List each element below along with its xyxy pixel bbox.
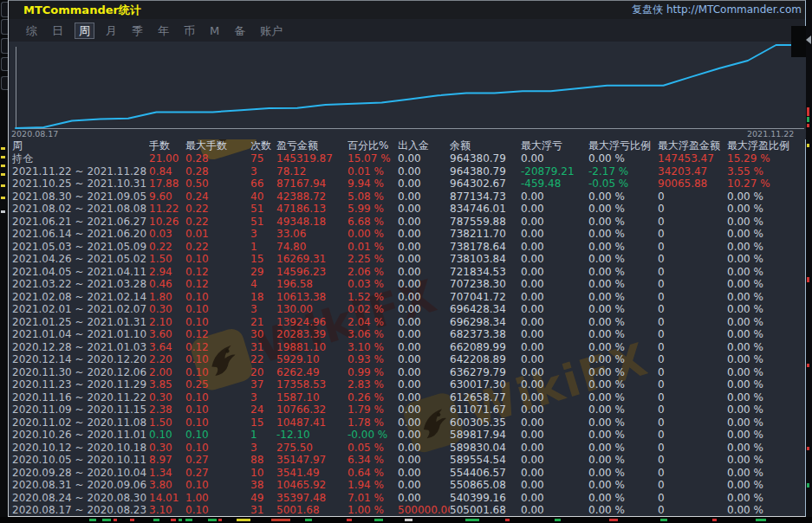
cell-8: 0.00	[521, 479, 588, 492]
table-row[interactable]: 2020.09.28 ~ 2020.10.041.340.27103541.49…	[9, 467, 807, 480]
table-row[interactable]: 2021.04.26 ~ 2021.05.021.500.101516269.3…	[9, 253, 807, 266]
cell-11: 0.00 %	[727, 429, 807, 442]
table-row[interactable]: 2021.08.02 ~ 2021.08.0811.220.225147186.…	[9, 203, 807, 216]
table-row[interactable]: 2021.10.25 ~ 2021.10.3117.880.506687167.…	[9, 178, 807, 190]
cell-1: 0.30	[149, 303, 185, 316]
table-row[interactable]: 2020.08.24 ~ 2020.08.3014.011.004935397.…	[9, 492, 807, 505]
menu-item-M[interactable]: M	[206, 23, 223, 38]
table-row[interactable]: 2020.10.26 ~ 2020.11.010.100.101-12.10-0…	[9, 429, 807, 442]
cell-3: 18	[250, 291, 276, 304]
cell-10: 0	[658, 341, 727, 354]
table-row[interactable]: 2020.10.12 ~ 2020.10.180.300.103275.500.…	[9, 442, 807, 455]
background-candle-tick	[114, 519, 117, 521]
cell-5: 6.68 %	[348, 216, 398, 229]
cell-10: 0	[658, 467, 727, 480]
brand-link[interactable]: 复盘侠 http://MTCommander.com	[632, 3, 805, 17]
cell-8: 0.00	[521, 492, 588, 505]
col-header-4: 盈亏金额	[276, 139, 348, 152]
table-row[interactable]: 2020.11.02 ~ 2020.11.081.500.101510487.4…	[9, 416, 807, 429]
menu-bar: 综日周月季年币M备账户	[9, 19, 805, 42]
table-row[interactable]: 2020.11.23 ~ 2020.11.293.850.253717358.5…	[9, 378, 807, 391]
cell-6: 0.00	[398, 165, 450, 178]
table-row[interactable]: 2020.10.05 ~ 2020.10.118.970.278835147.9…	[9, 454, 807, 467]
cell-2: 0.28	[185, 165, 250, 178]
menu-item-币[interactable]: 币	[180, 23, 198, 38]
cell-0: 2020.10.12 ~ 2020.10.18	[12, 442, 149, 455]
background-window-left-sliver	[0, 0, 8, 523]
cell-4: 145319.87	[276, 152, 348, 165]
menu-item-周[interactable]: 周	[75, 23, 94, 39]
table-row[interactable]: 2020.08.31 ~ 2020.09.063.800.103810465.9…	[9, 479, 807, 492]
cell-1: 11.22	[149, 203, 185, 216]
cell-11: 0.00 %	[727, 228, 807, 241]
table-row[interactable]: 2020.08.17 ~ 2020.08.233.100.10315001.68…	[9, 504, 807, 517]
menu-item-日[interactable]: 日	[49, 23, 67, 38]
cell-10: 0	[658, 378, 727, 391]
table-row[interactable]: 2020.11.16 ~ 2020.11.220.300.1031587.100…	[9, 391, 807, 404]
cell-4: 275.50	[276, 442, 348, 455]
background-tick	[1, 210, 5, 213]
cell-4: -12.10	[276, 429, 348, 442]
table-row[interactable]: 2020.12.14 ~ 2020.12.202.200.10225929.10…	[9, 353, 807, 366]
table-row[interactable]: 持仓21.000.2875145319.8715.07 %0.00964380.…	[9, 152, 807, 165]
cell-6: 0.00	[398, 328, 450, 341]
table-row[interactable]: 2021.01.04 ~ 2021.01.103.600.123020283.3…	[9, 328, 807, 341]
cell-11: 0.00 %	[727, 266, 807, 279]
menu-item-账户[interactable]: 账户	[257, 23, 286, 38]
menu-item-月[interactable]: 月	[102, 23, 120, 38]
cell-1: 3.85	[149, 378, 185, 391]
cell-6: 0.00	[398, 366, 450, 379]
cell-9: 0.00 %	[588, 504, 658, 517]
table-row[interactable]: 2021.02.01 ~ 2021.02.070.300.103130.000.…	[9, 303, 807, 316]
cell-0: 2020.11.30 ~ 2020.12.06	[12, 366, 149, 379]
cell-4: 10487.41	[276, 416, 348, 429]
cell-1: 1.34	[149, 467, 185, 480]
cell-6: 0.00	[398, 467, 450, 480]
cell-8: 0.00	[521, 454, 588, 467]
menu-item-综[interactable]: 综	[23, 23, 41, 38]
table-row[interactable]: 2021.11.22 ~ 2021.11.280.840.28378.120.0…	[9, 165, 807, 178]
cell-2: 0.12	[185, 328, 250, 341]
cell-4: 35147.97	[276, 454, 348, 467]
menu-item-年[interactable]: 年	[154, 23, 172, 38]
cell-1: 2.10	[149, 316, 185, 329]
menu-item-季[interactable]: 季	[128, 23, 146, 38]
cell-2: 0.10	[185, 353, 250, 366]
table-row[interactable]: 2021.08.30 ~ 2021.09.059.600.244042388.7…	[9, 190, 807, 203]
table-row[interactable]: 2021.06.14 ~ 2021.06.200.030.01333.060.0…	[9, 228, 807, 241]
table-row[interactable]: 2021.03.22 ~ 2021.03.280.460.124196.580.…	[9, 278, 807, 291]
cell-3: 10	[250, 467, 276, 480]
background-candle-tick	[712, 519, 717, 521]
x-axis-start-label: 2020.08.17	[11, 129, 58, 139]
cell-11: 0.00 %	[727, 216, 807, 229]
cell-5: 1.94 %	[348, 479, 398, 492]
cell-5: 6.34 %	[348, 454, 398, 467]
table-row[interactable]: 2021.01.25 ~ 2021.01.312.100.102113924.9…	[9, 316, 807, 329]
cell-11: 0.00 %	[727, 316, 807, 329]
table-row[interactable]: 2020.11.30 ~ 2020.12.062.000.10206262.49…	[9, 366, 807, 379]
cell-6: 0.00	[398, 228, 450, 241]
cell-11: 0.00 %	[727, 404, 807, 416]
cell-9: 0.00 %	[588, 378, 658, 391]
table-row[interactable]: 2020.11.09 ~ 2020.11.152.380.102410766.3…	[9, 404, 807, 416]
cell-10: 34203.47	[658, 165, 727, 178]
table-row[interactable]: 2021.06.21 ~ 2021.06.2710.260.225149348.…	[9, 216, 807, 229]
table-row[interactable]: 2020.12.28 ~ 2021.01.033.640.123119881.1…	[9, 341, 807, 354]
table-row[interactable]: 2021.05.03 ~ 2021.05.090.220.22174.800.0…	[9, 241, 807, 254]
cell-5: 0.03 %	[348, 278, 398, 291]
cell-6: 0.00	[398, 253, 450, 266]
cell-2: 0.10	[185, 404, 250, 416]
cell-7: 505001.68	[450, 504, 521, 517]
title-bar[interactable]: MTCommander统计 复盘侠 http://MTCommander.com	[9, 1, 805, 19]
cell-0: 2020.10.05 ~ 2020.10.11	[12, 454, 149, 467]
cell-5: 7.01 %	[348, 492, 398, 505]
menu-item-备[interactable]: 备	[231, 23, 249, 38]
cell-1: 17.88	[149, 178, 185, 190]
cell-3: 66	[250, 178, 276, 190]
table-header-row: 周手数最大手数次数盈亏金额百分比%出入金余额最大浮亏最大浮亏比例最大浮盈金额最大…	[9, 139, 807, 152]
table-row[interactable]: 2021.04.05 ~ 2021.04.112.940.122914596.2…	[9, 266, 807, 279]
cell-6: 0.00	[398, 378, 450, 391]
cell-8: 0.00	[521, 328, 588, 341]
table-row[interactable]: 2021.02.08 ~ 2021.02.141.800.101810613.3…	[9, 291, 807, 304]
cell-8: -20879.21	[521, 165, 588, 178]
